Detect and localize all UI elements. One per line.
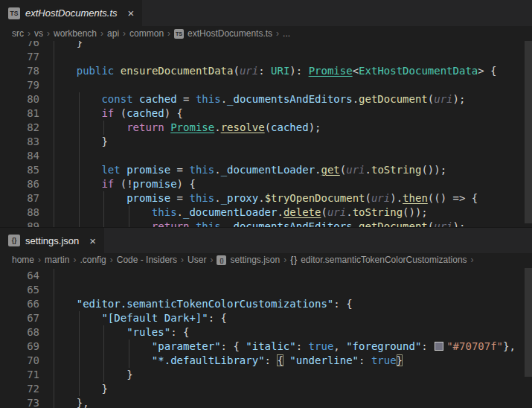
code-token: "#70707f" <box>446 340 503 352</box>
code-line[interactable]: 84 <box>0 149 532 163</box>
code-token: ( <box>114 107 126 119</box>
code-line-content <box>51 50 532 64</box>
code-token: . <box>258 192 264 204</box>
code-line[interactable]: 69 "parameter": { "italic": true, "foreg… <box>0 340 532 354</box>
code-line[interactable]: 68 "rules": { <box>0 325 532 340</box>
code-token <box>51 65 77 77</box>
code-token: _documentLoader <box>183 206 277 218</box>
code-line-content: promise = this._proxy.$tryOpenDocument(u… <box>51 191 532 205</box>
code-line[interactable]: 83 } <box>0 135 532 149</box>
code-line[interactable]: 70 "*.defaultLibrary": { "underline": tr… <box>0 354 532 368</box>
indent-guide <box>129 340 129 354</box>
tab-settings-json[interactable]: {} settings.json × <box>0 228 104 253</box>
indent-guide <box>54 41 54 50</box>
vertical-scrollbar-top[interactable] <box>525 41 532 223</box>
code-editor-bottom[interactable]: 646566 "editor.semanticTokenColorCustomi… <box>0 267 532 408</box>
code-token: then <box>403 192 428 204</box>
indent-guide <box>54 106 54 121</box>
code-token: cached <box>271 121 309 133</box>
code-token <box>51 121 126 133</box>
code-line[interactable]: 85 let promise = this._documentLoader.ge… <box>0 163 532 177</box>
breadcrumbs-top: src›vs›workbench›api›common›TSextHostDoc… <box>0 26 532 41</box>
code-token: ensureDocumentData <box>121 65 234 77</box>
breadcrumb-item[interactable]: vs <box>34 28 43 39</box>
indent-guide <box>103 325 104 340</box>
code-token: (! <box>114 178 132 190</box>
code-token: } <box>397 354 403 366</box>
breadcrumb-item[interactable]: martin <box>45 255 69 265</box>
breadcrumb-item[interactable]: src <box>12 28 24 39</box>
breadcrumb-item[interactable]: workbench <box>54 28 97 39</box>
breadcrumb-label: settings.json <box>230 255 280 265</box>
code-token: return <box>126 121 164 133</box>
code-editor-top[interactable]: 76 }7778 public ensureDocumentData(uri: … <box>0 41 532 227</box>
code-token: } <box>51 369 133 380</box>
breadcrumb-item[interactable]: User <box>188 255 206 265</box>
breadcrumb-item[interactable]: TSextHostDocuments.ts <box>174 28 272 39</box>
line-number: 87 <box>0 191 39 205</box>
code-line-content: }, <box>51 396 532 408</box>
indent-guide <box>79 325 80 340</box>
code-token: this <box>196 93 221 105</box>
code-token: "editor.semanticTokenColorCustomizations… <box>77 298 334 310</box>
code-token <box>51 93 101 105</box>
code-line[interactable]: 76 } <box>0 41 532 50</box>
breadcrumb-label: workbench <box>54 28 97 39</box>
breadcrumb-item[interactable]: {}editor.semanticTokenColorCustomization… <box>290 255 467 265</box>
breadcrumb-item[interactable]: {}settings.json <box>217 255 280 265</box>
code-token: cached <box>126 107 164 119</box>
code-line-content: public ensureDocumentData(uri: URI): Pro… <box>51 64 532 78</box>
code-line-content: return Promise.resolve(cached); <box>51 121 532 135</box>
close-icon[interactable]: × <box>128 7 135 19</box>
line-number: 66 <box>0 297 39 311</box>
breadcrumb-item[interactable]: api <box>107 28 119 39</box>
code-line[interactable]: 64 <box>0 269 532 283</box>
code-token: . <box>353 220 359 227</box>
code-token: ( <box>428 220 434 227</box>
code-token: promise <box>126 192 170 204</box>
code-token: "rules" <box>126 326 170 338</box>
close-icon[interactable]: × <box>89 235 96 246</box>
code-line-content: let promise = this._documentLoader.get(u… <box>51 163 532 177</box>
code-token: . <box>365 164 371 176</box>
code-line[interactable]: 66 "editor.semanticTokenColorCustomizati… <box>0 297 532 311</box>
code-token: "underline" <box>289 354 359 366</box>
line-number: 78 <box>0 64 39 78</box>
breadcrumb-item[interactable]: home <box>12 255 34 265</box>
code-token: URI <box>271 65 289 77</box>
code-line[interactable]: 86 if (!promise) { <box>0 177 532 191</box>
breadcrumb-item[interactable]: common <box>129 28 164 39</box>
code-token: "italic" <box>246 340 295 352</box>
code-line[interactable]: 73 }, <box>0 396 532 408</box>
code-line[interactable]: 89 return this._documentsAndEditors.getD… <box>0 220 532 227</box>
indent-guide <box>54 396 54 408</box>
code-line[interactable]: 67 "[Default Dark+]": { <box>0 311 532 325</box>
code-token: _documentsAndEditors <box>227 93 353 105</box>
breadcrumb-item[interactable]: .config <box>80 255 106 265</box>
vertical-scrollbar-bottom[interactable] <box>525 268 532 377</box>
breadcrumb-item[interactable]: ... <box>283 28 290 39</box>
code-line[interactable]: 88 this._documentLoader.delete(uri.toStr… <box>0 205 532 220</box>
code-line[interactable]: 80 const cached = this._documentsAndEdit… <box>0 92 532 106</box>
code-line-content <box>51 78 532 92</box>
line-number: 80 <box>0 92 39 106</box>
line-number: 76 <box>0 41 39 50</box>
code-line[interactable]: 71 } <box>0 368 532 382</box>
line-number: 84 <box>0 149 39 163</box>
code-token: true <box>371 354 397 366</box>
tab-exthostdocuments[interactable]: TS extHostDocuments.ts × <box>0 0 142 26</box>
line-number: 82 <box>0 121 39 135</box>
code-token: . <box>315 164 321 176</box>
code-line[interactable]: 77 <box>0 50 532 64</box>
code-line[interactable]: 65 <box>0 283 532 297</box>
code-line[interactable]: 87 promise = this._proxy.$tryOpenDocumen… <box>0 191 532 205</box>
code-line[interactable]: 81 if (cached) { <box>0 106 532 121</box>
code-line[interactable]: 82 return Promise.resolve(cached); <box>0 121 532 135</box>
code-line[interactable]: 79 <box>0 78 532 92</box>
breadcrumb-item[interactable]: Code - Insiders <box>117 255 177 265</box>
code-line[interactable]: 72 } <box>0 382 532 396</box>
code-line[interactable]: 78 public ensureDocumentData(uri: URI): … <box>0 64 532 78</box>
indent-guide <box>54 368 54 382</box>
code-token: , <box>333 340 346 352</box>
chevron-right-icon: › <box>283 255 286 265</box>
